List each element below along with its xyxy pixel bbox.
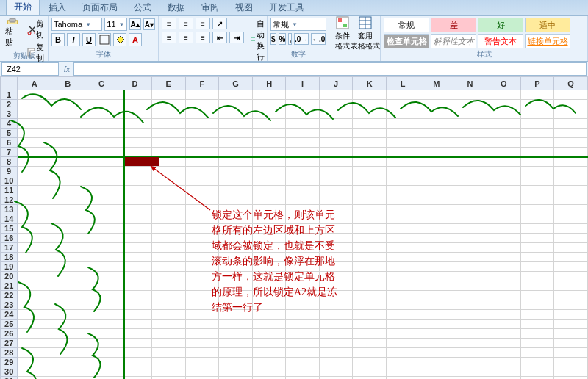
cell[interactable] [18,224,51,234]
cell[interactable] [219,157,253,167]
cell[interactable] [252,234,286,243]
row-header-5[interactable]: 5 [1,129,18,138]
cell[interactable] [219,224,253,234]
cell[interactable] [487,119,520,129]
cell[interactable] [353,291,387,300]
cell[interactable] [185,119,219,129]
cell[interactable] [286,253,319,262]
cell[interactable] [252,262,286,272]
cell[interactable] [420,262,453,272]
cell[interactable] [51,320,85,329]
cell[interactable] [85,310,118,320]
select-all-corner[interactable] [1,77,18,90]
indent-inc-button[interactable]: ⇥ [229,32,244,43]
cell[interactable] [219,186,253,195]
cell[interactable] [185,157,219,167]
cell[interactable] [453,310,487,320]
cell[interactable] [319,148,353,157]
cell[interactable] [487,100,520,109]
cell[interactable] [51,262,85,272]
cell[interactable] [18,129,51,138]
cell[interactable] [554,90,588,100]
cell[interactable] [219,100,253,109]
col-header-C[interactable]: C [85,77,118,90]
cell[interactable] [453,100,487,109]
cell[interactable] [487,300,520,310]
cell[interactable] [386,224,420,234]
cell[interactable] [420,100,453,109]
cell[interactable] [252,253,286,262]
cell[interactable] [420,234,453,243]
cell[interactable] [554,320,588,329]
col-header-L[interactable]: L [386,77,420,90]
cell[interactable] [554,186,588,195]
cell[interactable] [554,272,588,281]
cell[interactable] [420,291,453,300]
cell[interactable] [85,224,118,234]
cell[interactable] [85,234,118,243]
cell[interactable] [85,90,118,100]
cell[interactable] [554,119,588,129]
cell[interactable] [420,157,453,167]
style-cell-2[interactable]: 好 [478,18,523,32]
cell[interactable] [420,109,453,119]
cell[interactable] [118,214,152,224]
cell[interactable] [353,148,387,157]
cell[interactable] [386,310,420,320]
cell[interactable] [520,262,554,272]
cell[interactable] [286,243,319,253]
cell[interactable] [520,243,554,253]
cell[interactable] [51,100,85,109]
cell[interactable] [219,320,253,329]
cell[interactable] [554,300,588,310]
align-bottom-button[interactable]: ≡ [196,18,210,29]
cell[interactable] [286,310,319,320]
cell[interactable] [554,348,588,358]
cell[interactable] [319,234,353,243]
cell[interactable] [520,300,554,310]
cell[interactable] [386,329,420,339]
cell[interactable] [554,129,588,138]
cell[interactable] [487,272,520,281]
cell[interactable] [487,129,520,138]
cell[interactable] [18,205,51,214]
cell[interactable] [520,148,554,157]
cell[interactable] [554,148,588,157]
align-middle-button[interactable]: ≡ [179,18,193,29]
cell[interactable] [386,109,420,119]
cell[interactable] [554,367,588,377]
cell[interactable] [520,310,554,320]
cell[interactable] [286,367,319,377]
cell[interactable] [219,167,253,176]
tab-5[interactable]: 审阅 [194,0,226,15]
cell[interactable] [118,253,152,262]
shrink-font-button[interactable]: A▾ [143,18,155,30]
cell[interactable] [554,234,588,243]
cell[interactable] [118,300,152,310]
cell[interactable] [252,320,286,329]
cell[interactable] [386,119,420,129]
cell[interactable] [353,243,387,253]
tab-7[interactable]: 开发工具 [262,0,312,15]
formula-input[interactable] [74,62,587,76]
cell[interactable] [520,214,554,224]
cell[interactable] [51,205,85,214]
cell[interactable] [151,167,185,176]
style-cell-1[interactable]: 差 [431,18,476,32]
cell[interactable] [85,348,118,358]
cell[interactable] [353,186,387,195]
cell[interactable] [85,367,118,377]
cell[interactable] [420,377,453,380]
cell[interactable] [151,109,185,119]
cell[interactable] [353,90,387,100]
cell[interactable] [185,358,219,367]
cell[interactable] [487,310,520,320]
cell[interactable] [286,119,319,129]
row-header-25[interactable]: 25 [1,320,18,329]
cell[interactable] [185,329,219,339]
cell[interactable] [353,109,387,119]
cell[interactable] [118,148,152,157]
cell[interactable] [319,367,353,377]
cell[interactable] [18,214,51,224]
cell[interactable] [286,167,319,176]
